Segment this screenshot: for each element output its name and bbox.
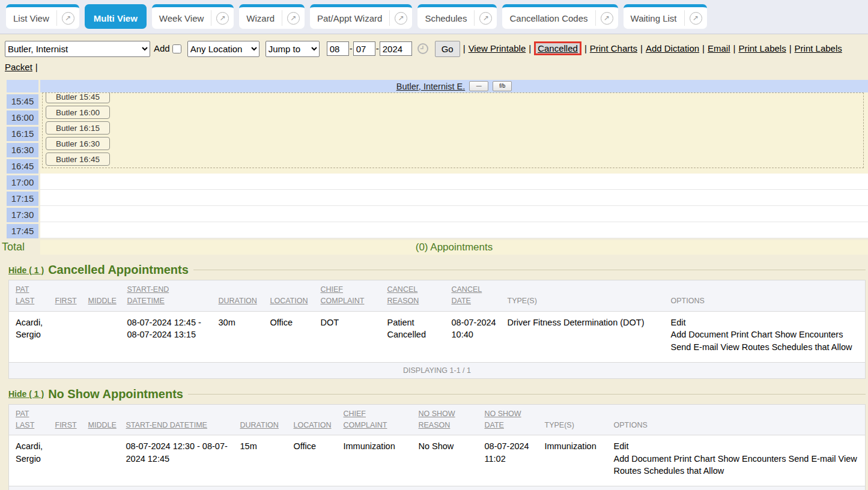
- print-charts-link[interactable]: Print Charts: [590, 43, 637, 53]
- col-first[interactable]: FIRST: [49, 280, 82, 312]
- cell-cancel-reason: Patient Cancelled: [381, 311, 445, 362]
- tab-waiting-list[interactable]: Waiting List ↗: [624, 4, 707, 29]
- cell-chief-complaint: DOT: [314, 311, 381, 362]
- col-options: OPTIONS: [607, 404, 866, 435]
- hide-cancelled-link[interactable]: Hide ( 1 ): [8, 265, 44, 275]
- link-separator: |: [640, 43, 643, 53]
- cancelled-row: Acardi, Sergio 08-07-2024 12:45 - 08-07-…: [9, 311, 866, 362]
- fb-button[interactable]: f/b: [493, 81, 512, 91]
- col-pat-last[interactable]: PAT LAST: [9, 404, 49, 435]
- send-email-option[interactable]: Send E-mail: [788, 454, 836, 464]
- col-middle[interactable]: MIDDLE: [82, 280, 121, 312]
- tab-week-view[interactable]: Week View ↗: [152, 4, 234, 29]
- noshow-title: No Show Appointments: [48, 387, 183, 401]
- time-label-1745: 17:45: [7, 224, 38, 238]
- col-cancel-date[interactable]: CANCEL DATE: [445, 280, 501, 312]
- cell-location: Office: [264, 311, 314, 362]
- col-noshow-reason[interactable]: NO SHOW REASON: [412, 404, 478, 435]
- view-routes-option[interactable]: View Routes: [721, 342, 769, 352]
- open-in-new-icon[interactable]: ↗: [287, 12, 300, 25]
- col-location[interactable]: LOCATION: [264, 280, 314, 312]
- cell-duration: 15m: [234, 435, 287, 486]
- col-pat-last[interactable]: PAT LAST: [9, 280, 49, 312]
- print-chart-option[interactable]: Print Chart: [673, 454, 715, 464]
- edit-option[interactable]: Edit: [614, 441, 629, 451]
- col-chief-complaint[interactable]: CHIEF COMPLAINT: [337, 404, 412, 435]
- cell-first: [49, 435, 82, 486]
- open-in-new-icon[interactable]: ↗: [479, 12, 492, 25]
- time-label-1600: 16:00: [7, 110, 38, 125]
- divider: [389, 10, 390, 26]
- col-chief-complaint[interactable]: CHIEF COMPLAINT: [314, 280, 381, 312]
- edit-option[interactable]: Edit: [671, 318, 686, 327]
- email-link[interactable]: Email: [708, 43, 730, 53]
- tab-label: Wizard: [239, 13, 282, 23]
- cell-options: Edit Add Document Print Chart Show Encou…: [664, 311, 866, 362]
- provider-select[interactable]: Butler, Internist: [5, 41, 150, 57]
- show-encounters-option[interactable]: Show Encounters: [718, 454, 786, 464]
- col-duration[interactable]: DURATION: [234, 404, 287, 435]
- col-start-end[interactable]: START-END DATETIME: [120, 404, 234, 435]
- col-start-end[interactable]: START-END DATETIME: [121, 280, 212, 312]
- tab-list-view[interactable]: List View ↗: [6, 4, 79, 29]
- add-dictation-link[interactable]: Add Dictation: [646, 43, 699, 53]
- link-separator: |: [463, 43, 466, 53]
- jump-to-select[interactable]: Jump to: [266, 41, 320, 57]
- noshow-table: PAT LAST FIRST MIDDLE START-END DATETIME…: [8, 404, 866, 490]
- slot-button-1630[interactable]: Butler 16:30: [46, 137, 110, 150]
- divider: [684, 10, 685, 26]
- empty-slot-row[interactable]: [40, 174, 868, 190]
- col-middle[interactable]: MIDDLE: [82, 404, 120, 435]
- date-day-field[interactable]: [353, 41, 375, 56]
- hide-noshow-link[interactable]: Hide ( 1 ): [8, 389, 44, 399]
- slot-button-1645[interactable]: Butler 16:45: [46, 153, 110, 166]
- col-cancel-reason[interactable]: CANCEL REASON: [381, 280, 445, 312]
- col-location[interactable]: LOCATION: [287, 404, 337, 435]
- collapse-button[interactable]: —: [469, 81, 488, 91]
- open-in-new-icon[interactable]: ↗: [395, 12, 407, 25]
- go-button[interactable]: Go: [435, 41, 460, 57]
- cancelled-link[interactable]: Cancelled: [534, 41, 581, 55]
- cell-types: Immunization: [538, 435, 607, 486]
- empty-slot-row[interactable]: [40, 222, 868, 238]
- provider-link[interactable]: Butler, Internist E.: [396, 82, 465, 91]
- schedules-that-allow-option[interactable]: Schedules that Allow: [772, 342, 852, 352]
- location-select[interactable]: Any Location: [187, 41, 259, 57]
- open-in-new-icon[interactable]: ↗: [690, 12, 702, 25]
- open-in-new-icon[interactable]: ↗: [601, 12, 613, 25]
- tab-pat-appt-wizard[interactable]: Pat/Appt Wizard ↗: [310, 4, 412, 29]
- cell-chief-complaint: Immunization: [337, 435, 412, 486]
- tab-label: Schedules: [417, 13, 474, 23]
- add-document-option[interactable]: Add Document: [614, 454, 672, 464]
- send-email-option[interactable]: Send E-mail: [671, 342, 718, 352]
- schedules-that-allow-option[interactable]: Schedules that Allow: [643, 466, 724, 476]
- col-first[interactable]: FIRST: [49, 404, 82, 435]
- divider: [193, 270, 866, 270]
- tab-label: List View: [6, 13, 56, 23]
- time-label-1630: 16:30: [7, 143, 38, 157]
- col-duration[interactable]: DURATION: [212, 280, 264, 312]
- empty-slot-row[interactable]: [40, 206, 868, 222]
- tab-cancellation-codes[interactable]: Cancellation Codes ↗: [502, 4, 618, 29]
- open-in-new-icon[interactable]: ↗: [216, 12, 229, 25]
- date-month-field[interactable]: [327, 41, 349, 56]
- clock-icon[interactable]: [417, 43, 429, 55]
- empty-slot-row[interactable]: [40, 190, 868, 206]
- open-in-new-icon[interactable]: ↗: [62, 12, 74, 25]
- add-checkbox[interactable]: [172, 44, 181, 53]
- add-document-option[interactable]: Add Document: [671, 330, 729, 339]
- tab-wizard[interactable]: Wizard ↗: [239, 4, 305, 29]
- cancelled-table: PAT LAST FIRST MIDDLE START-END DATETIME…: [8, 280, 866, 378]
- print-labels-link[interactable]: Print Labels: [738, 43, 786, 53]
- slot-button-1545[interactable]: Butler 15:45: [46, 92, 110, 103]
- show-encounters-option[interactable]: Show Encounters: [775, 330, 843, 339]
- slot-button-1600[interactable]: Butler 16:00: [46, 106, 110, 119]
- view-printable-link[interactable]: View Printable: [469, 43, 526, 53]
- tab-multi-view[interactable]: Multi View: [85, 4, 147, 29]
- time-label-1715: 17:15: [7, 192, 38, 206]
- slot-button-1615[interactable]: Butler 16:15: [46, 121, 110, 135]
- tab-schedules[interactable]: Schedules ↗: [417, 4, 497, 29]
- print-chart-option[interactable]: Print Chart: [730, 330, 772, 339]
- date-year-field[interactable]: [380, 41, 412, 56]
- col-noshow-date[interactable]: NO SHOW DATE: [478, 404, 538, 435]
